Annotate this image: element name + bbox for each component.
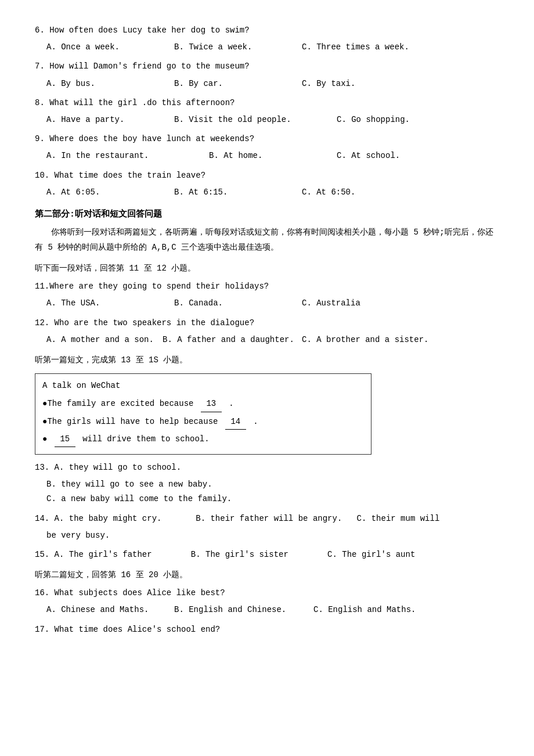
- question-7-options: A. By bus. B. By car. C. By taxi.: [46, 77, 499, 91]
- q9-optC: C. At school.: [337, 149, 499, 163]
- q13-optC: C. a new baby will come to the family.: [46, 492, 499, 506]
- question-11: 11.Where are they going to spend their h…: [35, 279, 499, 294]
- q16-optC: C. English and Maths.: [313, 603, 416, 617]
- q11-optA: A. The USA.: [46, 296, 174, 311]
- section2-header: 第二部分:听对话和短文回答问题: [35, 207, 499, 222]
- q8-optA: A. Have a party.: [46, 113, 174, 127]
- q13-optB: B. they will go to see a new baby.: [46, 477, 499, 492]
- q11-optC: C. Australia: [302, 296, 499, 311]
- q9-optB: B. At home.: [209, 149, 337, 163]
- dialog-section-label: 听下面一段对话，回答第 11 至 12 小题。: [35, 261, 499, 276]
- q6-optC: C. Three times a week.: [302, 40, 499, 55]
- short-text2-label: 听第二篇短文，回答第 16 至 20 小题。: [35, 568, 499, 582]
- q12-optB: B. A father and a daughter.: [163, 333, 302, 347]
- question-7: 7. How will Damon's friend go to the mus…: [35, 59, 499, 74]
- box-item-14: ●The girls will have to help because 14 …: [42, 415, 364, 430]
- question-9-options: A. In the restaurant. B. At home. C. At …: [46, 149, 499, 163]
- q6-optA: A. Once a week.: [46, 40, 174, 55]
- blank-14: 14: [225, 415, 246, 430]
- blank-15: 15: [55, 432, 75, 447]
- question-12-options: A. A mother and a son. B. A father and a…: [46, 333, 499, 347]
- q6-optB: B. Twice a week.: [174, 40, 302, 55]
- question-10-options: A. At 6:05. B. At 6:15. C. At 6:50.: [46, 185, 499, 200]
- q14-continuation: be very busy.: [46, 528, 499, 543]
- q16-optA: A. Chinese and Maths.: [46, 603, 174, 617]
- q10-optB: B. At 6:15.: [174, 185, 302, 200]
- question-17: 17. What time does Alice's school end?: [35, 622, 499, 637]
- question-13: 13. A. they will go to school.: [35, 460, 499, 475]
- short-text1-label: 听第一篇短文，完成第 13 至 1S 小题。: [35, 353, 499, 368]
- q7-optB: B. By car.: [174, 77, 302, 91]
- q7-optC: C. By taxi.: [302, 77, 499, 91]
- box-item-15: ● 15 will drive them to school.: [42, 432, 364, 447]
- q16-optB: B. English and Chinese.: [174, 603, 313, 617]
- q8-optB: B. Visit the old people.: [174, 113, 337, 127]
- question-6-options: A. Once a week. B. Twice a week. C. Thre…: [46, 40, 499, 55]
- question-12: 12. Who are the two speakers in the dial…: [35, 316, 499, 330]
- box-item-13: ●The family are excited because 13 .: [42, 397, 364, 412]
- q10-optA: A. At 6:05.: [46, 185, 174, 200]
- question-16: 16. What subjects does Alice like best?: [35, 586, 499, 600]
- question-10: 10. What time does the train leave?: [35, 168, 499, 183]
- blank-13: 13: [201, 397, 222, 412]
- question-8-options: A. Have a party. B. Visit the old people…: [46, 113, 499, 127]
- question-14: 14. A. the baby might cry. B. their fath…: [35, 512, 499, 526]
- q12-optA: A. A mother and a son.: [46, 333, 163, 347]
- q11-optB: B. Canada.: [174, 296, 302, 311]
- q8-optC: C. Go shopping.: [337, 113, 499, 127]
- section2-intro: 你将听到一段对话和两篇短文，各听两遍，听每段对话或短文前，你将有时间阅读相关小题…: [35, 225, 499, 255]
- wechat-box: A talk on WeChat ●The family are excited…: [35, 373, 371, 455]
- question-8: 8. What will the girl .do this afternoon…: [35, 96, 499, 110]
- question-15: 15. A. The girl's father B. The girl's s…: [35, 548, 499, 562]
- question-16-options: A. Chinese and Maths. B. English and Chi…: [46, 603, 499, 617]
- question-11-options: A. The USA. B. Canada. C. Australia: [46, 296, 499, 311]
- question-9: 9. Where does the boy have lunch at week…: [35, 132, 499, 146]
- q10-optC: C. At 6:50.: [302, 185, 499, 200]
- q12-optC: C. A brother and a sister.: [302, 333, 428, 347]
- q14-inline: 14. A. the baby might cry. B. their fath…: [35, 514, 439, 523]
- box-title: A talk on WeChat: [42, 379, 364, 393]
- q7-optA: A. By bus.: [46, 77, 174, 91]
- question-6: 6. How often does Lucy take her dog to s…: [35, 23, 499, 38]
- q9-optA: A. In the restaurant.: [46, 149, 209, 163]
